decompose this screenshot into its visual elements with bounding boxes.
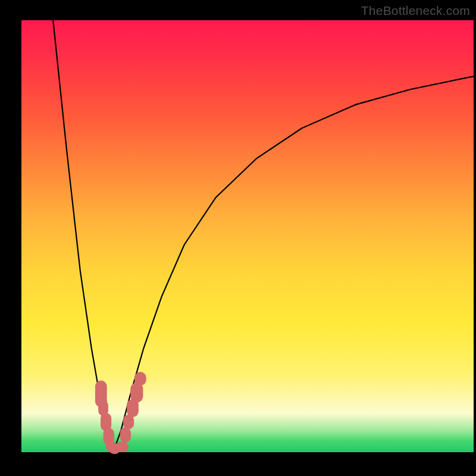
marker-cluster xyxy=(95,372,146,454)
data-marker xyxy=(134,372,146,386)
data-marker xyxy=(115,442,129,452)
chart-svg xyxy=(21,20,474,452)
plot-area xyxy=(21,20,474,452)
right-curve xyxy=(113,76,474,452)
watermark-text: TheBottleneck.com xyxy=(361,4,470,18)
outer-black-frame: TheBottleneck.com xyxy=(0,0,476,476)
data-marker xyxy=(130,383,143,402)
data-marker xyxy=(120,427,131,443)
